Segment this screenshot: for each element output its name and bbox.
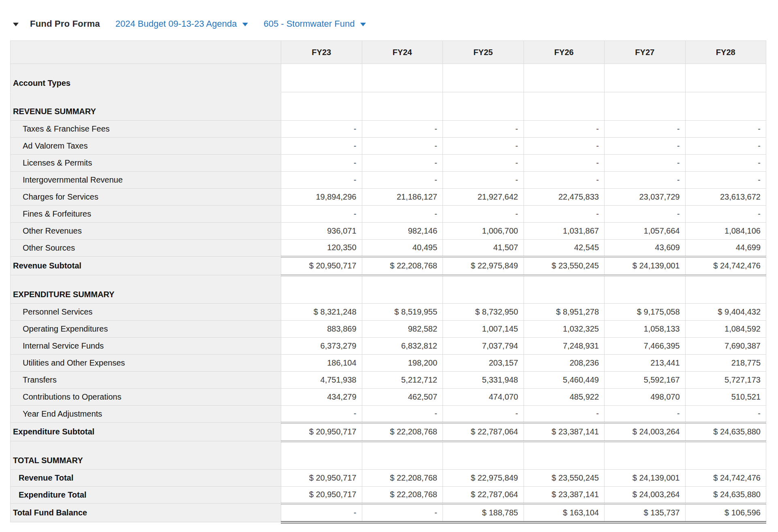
- value-cell-charges-for-services-fy28: 23,613,672: [685, 189, 766, 206]
- value-cell-expenditure-total-fy27: $ 24,003,264: [605, 487, 686, 504]
- value-cell-expenditure-total-fy24: $ 22,208,768: [362, 487, 443, 504]
- value-cell-utilities-other-fy26: 208,236: [524, 355, 605, 372]
- column-header-fy28: FY28: [685, 41, 766, 64]
- value-cell-operating-expenditures-fy24: 982,582: [362, 321, 443, 338]
- value-cell-expenditure-summary-fy27: [605, 275, 686, 304]
- value-cell-internal-service-funds-fy25: 7,037,794: [443, 338, 524, 355]
- table-row-operating-expenditures: Operating Expenditures883,869982,5821,00…: [11, 321, 766, 338]
- table-row-expenditure-total: Expenditure Total$ 20,950,717$ 22,208,76…: [11, 487, 766, 504]
- value-cell-revenue-summary-fy26: [524, 92, 605, 121]
- value-cell-revenue-summary-fy24: [362, 92, 443, 121]
- value-cell-year-end-adjustments-fy28: -: [685, 406, 766, 423]
- row-label-utilities-other: Utilities and Other Expenses: [11, 355, 281, 372]
- value-cell-utilities-other-fy24: 198,200: [362, 355, 443, 372]
- row-label-intergovernmental: Intergovernmental Revenue: [11, 172, 281, 189]
- row-label-contributions: Contributions to Operations: [11, 389, 281, 406]
- value-cell-taxes-franchise-fees-fy23: -: [281, 121, 362, 138]
- table-row-fines-forfeitures: Fines & Forfeitures------: [11, 206, 766, 223]
- value-cell-personnel-services-fy25: $ 8,732,950: [443, 304, 524, 321]
- table-body: Account TypesREVENUE SUMMARYTaxes & Fran…: [11, 64, 766, 522]
- value-cell-total-fund-balance-fy27: $ 135,737: [605, 504, 686, 522]
- value-cell-taxes-franchise-fees-fy24: -: [362, 121, 443, 138]
- value-cell-revenue-subtotal-fy26: $ 23,550,245: [524, 257, 605, 275]
- value-cell-revenue-summary-fy23: [281, 92, 362, 121]
- value-cell-other-sources-fy26: 42,545: [524, 240, 605, 257]
- row-label-revenue-subtotal: Revenue Subtotal: [11, 257, 281, 275]
- value-cell-total-summary-fy25: [443, 441, 524, 470]
- value-cell-total-fund-balance-fy26: $ 163,104: [524, 504, 605, 522]
- value-cell-contributions-fy24: 462,507: [362, 389, 443, 406]
- table-row-revenue-total: Revenue Total$ 20,950,717$ 22,208,768$ 2…: [11, 470, 766, 487]
- value-cell-expenditure-summary-fy28: [685, 275, 766, 304]
- value-cell-other-revenues-fy28: 1,084,106: [685, 223, 766, 240]
- value-cell-total-fund-balance-fy25: $ 188,785: [443, 504, 524, 522]
- value-cell-personnel-services-fy26: $ 8,951,278: [524, 304, 605, 321]
- value-cell-year-end-adjustments-fy25: -: [443, 406, 524, 423]
- value-cell-fines-forfeitures-fy26: -: [524, 206, 605, 223]
- fund-dropdown[interactable]: 605 - Stormwater Fund: [263, 19, 366, 29]
- value-cell-account-types-fy23: [281, 64, 362, 92]
- row-label-taxes-franchise-fees: Taxes & Franchise Fees: [11, 121, 281, 138]
- row-label-licenses-permits: Licenses & Permits: [11, 155, 281, 172]
- value-cell-licenses-permits-fy26: -: [524, 155, 605, 172]
- value-cell-account-types-fy25: [443, 64, 524, 92]
- value-cell-expenditure-summary-fy23: [281, 275, 362, 304]
- value-cell-other-sources-fy25: 41,507: [443, 240, 524, 257]
- value-cell-year-end-adjustments-fy26: -: [524, 406, 605, 423]
- fund-pro-forma-table: FY23FY24FY25FY26FY27FY28 Account TypesRE…: [10, 40, 766, 523]
- value-cell-operating-expenditures-fy25: 1,007,145: [443, 321, 524, 338]
- value-cell-revenue-total-fy25: $ 22,975,849: [443, 470, 524, 487]
- value-cell-charges-for-services-fy27: 23,037,729: [605, 189, 686, 206]
- fund-pro-forma-table-container: FY23FY24FY25FY26FY27FY28 Account TypesRE…: [10, 40, 778, 523]
- value-cell-revenue-subtotal-fy23: $ 20,950,717: [281, 257, 362, 275]
- value-cell-charges-for-services-fy25: 21,927,642: [443, 189, 524, 206]
- fund-dropdown-label: 605 - Stormwater Fund: [263, 19, 355, 29]
- value-cell-operating-expenditures-fy28: 1,084,592: [685, 321, 766, 338]
- value-cell-internal-service-funds-fy27: 7,466,395: [605, 338, 686, 355]
- value-cell-contributions-fy27: 498,070: [605, 389, 686, 406]
- row-label-expenditure-total: Expenditure Total: [11, 487, 281, 504]
- value-cell-account-types-fy27: [605, 64, 686, 92]
- budget-dropdown[interactable]: 2024 Budget 09-13-23 Agenda: [115, 19, 248, 29]
- row-label-account-types: Account Types: [11, 64, 281, 92]
- value-cell-total-summary-fy28: [685, 441, 766, 470]
- row-label-charges-for-services: Charges for Services: [11, 189, 281, 206]
- value-cell-intergovernmental-fy25: -: [443, 172, 524, 189]
- row-label-expenditure-subtotal: Expenditure Subtotal: [11, 423, 281, 441]
- value-cell-fines-forfeitures-fy27: -: [605, 206, 686, 223]
- row-label-total-fund-balance: Total Fund Balance: [11, 504, 281, 522]
- value-cell-other-revenues-fy25: 1,006,700: [443, 223, 524, 240]
- table-row-account-types: Account Types: [11, 64, 766, 92]
- value-cell-total-summary-fy23: [281, 441, 362, 470]
- value-cell-intergovernmental-fy24: -: [362, 172, 443, 189]
- value-cell-expenditure-total-fy23: $ 20,950,717: [281, 487, 362, 504]
- collapse-caret-icon[interactable]: [13, 23, 19, 26]
- value-cell-other-sources-fy23: 120,350: [281, 240, 362, 257]
- value-cell-expenditure-subtotal-fy28: $ 24,635,880: [685, 423, 766, 441]
- value-cell-year-end-adjustments-fy23: -: [281, 406, 362, 423]
- row-label-fines-forfeitures: Fines & Forfeitures: [11, 206, 281, 223]
- value-cell-expenditure-total-fy28: $ 24,635,880: [685, 487, 766, 504]
- value-cell-personnel-services-fy27: $ 9,175,058: [605, 304, 686, 321]
- value-cell-transfers-fy26: 5,460,449: [524, 372, 605, 389]
- value-cell-account-types-fy24: [362, 64, 443, 92]
- column-header-fy27: FY27: [605, 41, 686, 64]
- value-cell-taxes-franchise-fees-fy25: -: [443, 121, 524, 138]
- value-cell-intergovernmental-fy27: -: [605, 172, 686, 189]
- column-header-fy25: FY25: [443, 41, 524, 64]
- value-cell-total-summary-fy26: [524, 441, 605, 470]
- caret-down-icon: [242, 23, 248, 26]
- value-cell-ad-valorem-taxes-fy27: -: [605, 138, 686, 155]
- table-row-expenditure-subtotal: Expenditure Subtotal$ 20,950,717$ 22,208…: [11, 423, 766, 441]
- value-cell-year-end-adjustments-fy27: -: [605, 406, 686, 423]
- page-title: Fund Pro Forma: [30, 19, 100, 29]
- value-cell-personnel-services-fy28: $ 9,404,432: [685, 304, 766, 321]
- value-cell-other-revenues-fy26: 1,031,867: [524, 223, 605, 240]
- table-row-total-summary: TOTAL SUMMARY: [11, 441, 766, 470]
- row-label-personnel-services: Personnel Services: [11, 304, 281, 321]
- value-cell-expenditure-subtotal-fy23: $ 20,950,717: [281, 423, 362, 441]
- table-row-other-revenues: Other Revenues936,071982,1461,006,7001,0…: [11, 223, 766, 240]
- value-cell-fines-forfeitures-fy28: -: [685, 206, 766, 223]
- row-label-revenue-summary: REVENUE SUMMARY: [11, 92, 281, 121]
- row-label-internal-service-funds: Internal Service Funds: [11, 338, 281, 355]
